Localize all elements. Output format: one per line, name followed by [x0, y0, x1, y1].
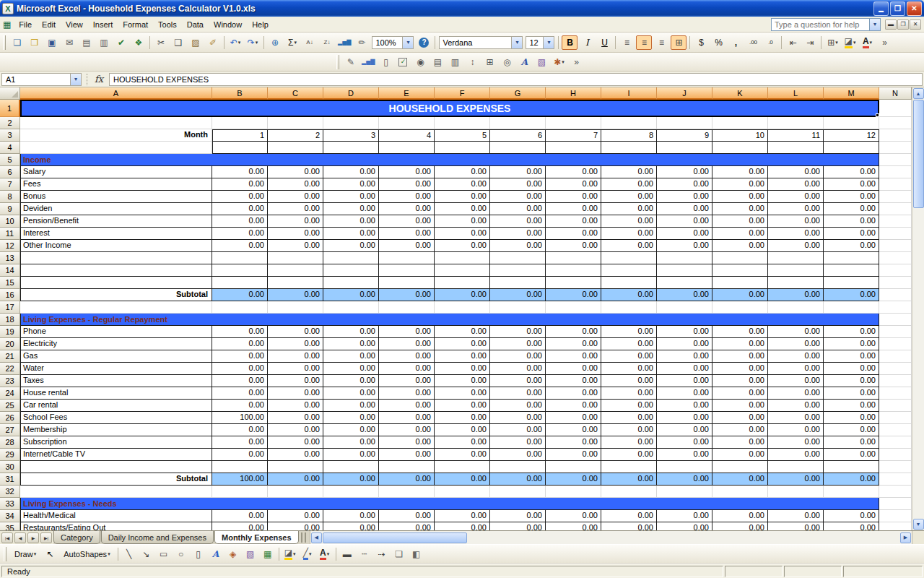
- cell-value[interactable]: 0.00: [212, 363, 268, 375]
- cell-value[interactable]: 0.00: [323, 473, 379, 486]
- cell-value[interactable]: 0.00: [268, 436, 323, 449]
- cell-value[interactable]: 0.00: [657, 375, 712, 387]
- cell-value[interactable]: [712, 461, 768, 473]
- cell[interactable]: [879, 166, 912, 178]
- cell-month-1[interactable]: 1: [212, 129, 268, 142]
- camera-button[interactable]: ◎: [499, 55, 515, 69]
- section-header-cell[interactable]: Living Expenses - Regular Repayment: [20, 314, 879, 326]
- cell-value[interactable]: 0.00: [712, 400, 768, 412]
- font-size-select[interactable]: 12▾: [526, 36, 554, 49]
- row-header-13[interactable]: 13: [0, 252, 20, 264]
- cell-value[interactable]: 0.00: [379, 473, 435, 486]
- font-color-button[interactable]: A▾: [317, 547, 333, 561]
- cell-value[interactable]: 0.00: [490, 338, 546, 350]
- cell-value[interactable]: [268, 264, 323, 277]
- cell-value[interactable]: 0.00: [546, 166, 601, 178]
- text-box-button[interactable]: ▯: [378, 55, 393, 69]
- first-sheet-button[interactable]: |◀: [1, 532, 13, 543]
- cell-value[interactable]: 0.00: [323, 424, 379, 436]
- cell-month-label[interactable]: Month: [20, 129, 212, 142]
- cell-label[interactable]: Pension/Benefit: [20, 215, 212, 228]
- cell[interactable]: [879, 142, 912, 154]
- cell-label[interactable]: Water: [20, 363, 212, 375]
- cell-value[interactable]: 0.00: [824, 449, 879, 461]
- row-header-19[interactable]: 19: [0, 326, 20, 338]
- cell-value[interactable]: 0.00: [323, 375, 379, 387]
- cell[interactable]: [768, 301, 824, 314]
- cell[interactable]: [824, 142, 879, 154]
- cell[interactable]: [212, 142, 268, 154]
- row-header-34[interactable]: 34: [0, 510, 20, 522]
- cell-value[interactable]: 0.00: [712, 166, 768, 178]
- cell-value[interactable]: 0.00: [379, 350, 435, 363]
- cell-value[interactable]: 0.00: [824, 326, 879, 338]
- scroll-left-icon[interactable]: ◀: [311, 532, 322, 543]
- scroll-up-icon[interactable]: ▲: [913, 88, 924, 99]
- cell-value[interactable]: 0.00: [712, 387, 768, 400]
- row-header-10[interactable]: 10: [0, 215, 20, 228]
- cell-value[interactable]: [490, 264, 546, 277]
- cell-value[interactable]: [546, 461, 601, 473]
- cell-value[interactable]: 0.00: [546, 400, 601, 412]
- cell-value[interactable]: 0.00: [490, 289, 546, 301]
- cell-value[interactable]: [546, 277, 601, 289]
- format-painter-button[interactable]: ✐: [205, 35, 221, 50]
- cell[interactable]: [879, 289, 912, 301]
- list-box-button[interactable]: ▤: [430, 55, 445, 69]
- row-header-12[interactable]: 12: [0, 240, 20, 252]
- cell[interactable]: [824, 486, 879, 498]
- cell-value[interactable]: 0.00: [379, 436, 435, 449]
- cell-value[interactable]: 0.00: [712, 228, 768, 240]
- cell-value[interactable]: 0.00: [768, 436, 824, 449]
- cell-value[interactable]: 0.00: [379, 166, 435, 178]
- cell-value[interactable]: 0.00: [601, 375, 657, 387]
- cell[interactable]: [768, 117, 824, 129]
- increase-indent-button[interactable]: ⇥: [802, 35, 818, 50]
- cell-value[interactable]: 0.00: [601, 178, 657, 191]
- cell-value[interactable]: 0.00: [268, 473, 323, 486]
- autoshapes-menu-button[interactable]: AutoShapes ▾: [58, 547, 115, 561]
- row-header-4[interactable]: 4: [0, 142, 20, 154]
- cell[interactable]: [212, 301, 268, 314]
- column-header-c[interactable]: C: [268, 87, 323, 100]
- row-header-35[interactable]: 35: [0, 522, 20, 530]
- cell[interactable]: [879, 473, 912, 486]
- column-header-g[interactable]: G: [490, 87, 546, 100]
- cell-value[interactable]: 0.00: [824, 424, 879, 436]
- cell-value[interactable]: 0.00: [435, 510, 490, 522]
- cell-value[interactable]: 0.00: [824, 240, 879, 252]
- cell-value[interactable]: 0.00: [824, 289, 879, 301]
- column-header-m[interactable]: M: [824, 87, 879, 100]
- cell-label[interactable]: [20, 461, 212, 473]
- chart-button[interactable]: ▂▅▇: [360, 55, 376, 69]
- cell[interactable]: [824, 117, 879, 129]
- cell-value[interactable]: 0.00: [212, 522, 268, 530]
- cell-value[interactable]: 0.00: [435, 387, 490, 400]
- cell-value[interactable]: [268, 461, 323, 473]
- open-button[interactable]: ❒: [27, 35, 43, 50]
- cell-value[interactable]: 0.00: [601, 387, 657, 400]
- cell-value[interactable]: 0.00: [546, 510, 601, 522]
- cell-value[interactable]: 0.00: [712, 436, 768, 449]
- cell[interactable]: [379, 301, 435, 314]
- cell-value[interactable]: 0.00: [490, 178, 546, 191]
- cell-value[interactable]: 0.00: [768, 363, 824, 375]
- cell-value[interactable]: 0.00: [268, 191, 323, 203]
- cell-value[interactable]: 0.00: [323, 449, 379, 461]
- cell-value[interactable]: 0.00: [824, 473, 879, 486]
- row-header-32[interactable]: 32: [0, 486, 20, 498]
- cell-value[interactable]: 0.00: [212, 436, 268, 449]
- row-header-30[interactable]: 30: [0, 461, 20, 473]
- menu-edit[interactable]: Edit: [37, 17, 61, 32]
- cell[interactable]: [712, 301, 768, 314]
- wordart-button[interactable]: A: [516, 55, 532, 69]
- cell-value[interactable]: [323, 461, 379, 473]
- cell-value[interactable]: [601, 277, 657, 289]
- cell-value[interactable]: 0.00: [212, 449, 268, 461]
- cell-value[interactable]: 0.00: [768, 522, 824, 530]
- cell-value[interactable]: 0.00: [435, 289, 490, 301]
- cell-value[interactable]: 0.00: [268, 240, 323, 252]
- cell-value[interactable]: 0.00: [601, 400, 657, 412]
- cell-value[interactable]: [546, 264, 601, 277]
- cell-value[interactable]: 0.00: [379, 363, 435, 375]
